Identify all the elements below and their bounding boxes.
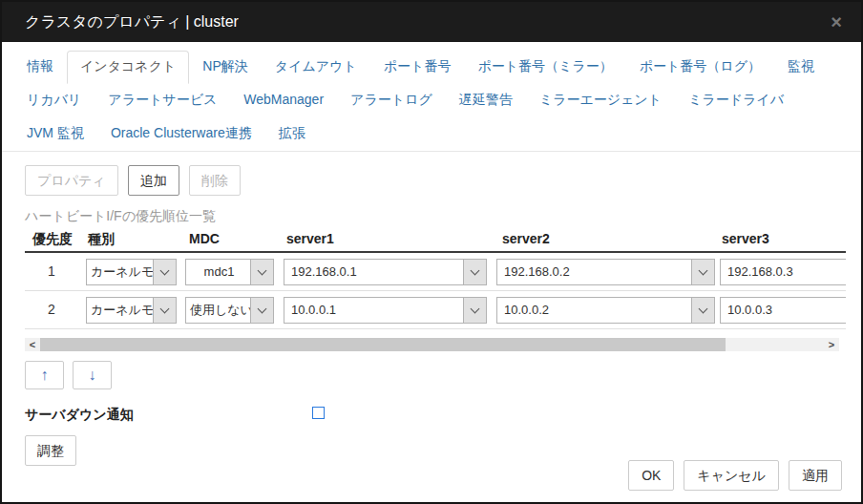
chevron-down-icon (250, 298, 273, 323)
priority-move-buttons: ↑ ↓ (25, 361, 861, 389)
header-server3: server3 (722, 231, 769, 246)
header-server1: server1 (286, 231, 334, 246)
table-header-row: 優先度 種別 MDC server1 server2 server3 (25, 228, 846, 253)
up-arrow-icon: ↑ (41, 367, 49, 383)
mdc-select-value: mdc1 (186, 260, 250, 284)
properties-button[interactable]: プロパティ (25, 165, 118, 196)
add-button[interactable]: 追加 (128, 165, 179, 196)
table-row: 1 カーネルモード mdc1 192.168.0.1 192.168.0.2 1… (25, 253, 846, 291)
server2-select[interactable]: 192.168.0.2 (496, 259, 715, 285)
server3-select[interactable]: 192.168.0.3 (720, 259, 846, 285)
tab-row-2: リカバリ アラートサービス WebManager アラートログ 遅延警告 ミラー… (13, 84, 850, 117)
tab-mirror-agent[interactable]: ミラーエージェント (526, 84, 675, 117)
title-bar: クラスタのプロパティ | cluster × (2, 2, 861, 42)
chevron-down-icon (250, 260, 273, 284)
tab-alert-service[interactable]: アラートサービス (95, 84, 230, 117)
tab-interconnect[interactable]: インタコネクト (67, 51, 189, 84)
header-priority: 優先度 (32, 231, 73, 248)
server1-select-value: 192.168.0.1 (284, 260, 463, 284)
tab-extension[interactable]: 拡張 (265, 117, 319, 151)
type-select[interactable]: カーネルモード (86, 259, 177, 285)
server1-select[interactable]: 10.0.0.1 (284, 297, 487, 324)
server-down-checkbox[interactable] (312, 407, 325, 419)
dialog-title: クラスタのプロパティ | cluster (25, 12, 239, 32)
type-select[interactable]: カーネルモード (86, 297, 177, 324)
tab-np-resolution[interactable]: NP解決 (189, 51, 261, 84)
move-up-button[interactable]: ↑ (25, 361, 64, 389)
type-select-value: カーネルモード (87, 298, 153, 323)
header-server2: server2 (502, 231, 550, 246)
tab-bar: 情報 インタコネクト NP解決 タイムアウト ポート番号 ポート番号（ミラー） … (2, 42, 861, 152)
type-select-value: カーネルモード (87, 260, 153, 284)
tab-oracle-clusterware[interactable]: Oracle Clusterware連携 (97, 117, 265, 151)
priority-value: 2 (25, 302, 78, 317)
server1-select[interactable]: 192.168.0.1 (284, 259, 487, 285)
tab-delay-warning[interactable]: 遅延警告 (446, 84, 526, 117)
horizontal-scrollbar[interactable]: < > (25, 338, 839, 351)
move-down-button[interactable]: ↓ (73, 361, 112, 389)
server2-select-value: 10.0.0.2 (497, 298, 691, 323)
tab-row-3: JVM 監視 Oracle Clusterware連携 拡張 (13, 117, 850, 151)
delete-button[interactable]: 削除 (189, 165, 241, 196)
table-row: 2 カーネルモード 使用しない 10.0.0.1 10.0.0.2 10.0.0… (25, 291, 846, 329)
heartbeat-list-title: ハートビートI/Fの優先順位一覧 (25, 208, 861, 225)
tab-row-1: 情報 インタコネクト NP解決 タイムアウト ポート番号 ポート番号（ミラー） … (13, 51, 850, 84)
tab-info[interactable]: 情報 (13, 51, 67, 84)
chevron-down-icon (463, 298, 486, 323)
chevron-down-icon (153, 298, 176, 323)
priority-value: 1 (25, 263, 78, 279)
footer-buttons: OK キャンセル 適用 (628, 460, 842, 491)
server2-select-value: 192.168.0.2 (497, 260, 691, 284)
close-icon[interactable]: × (831, 12, 842, 32)
tab-port-number-log[interactable]: ポート番号（ログ） (626, 51, 774, 84)
chevron-down-icon (463, 260, 486, 284)
cancel-button[interactable]: キャンセル (684, 460, 779, 491)
tune-button[interactable]: 調整 (25, 435, 76, 466)
server3-select[interactable]: 10.0.0.3 (720, 297, 846, 324)
tab-recovery[interactable]: リカバリ (13, 84, 95, 117)
tab-monitoring[interactable]: 監視 (774, 51, 828, 84)
chevron-down-icon (691, 260, 714, 284)
mdc-select-value: 使用しない (186, 298, 250, 323)
tab-port-number-mirror[interactable]: ポート番号（ミラー） (464, 51, 625, 84)
heartbeat-table: 優先度 種別 MDC server1 server2 server3 1 カーネ… (25, 228, 846, 329)
tab-timeout[interactable]: タイムアウト (262, 51, 370, 84)
scroll-left-icon[interactable]: < (25, 338, 40, 351)
mdc-select[interactable]: 使用しない (185, 297, 274, 324)
cluster-properties-dialog: クラスタのプロパティ | cluster × 情報 インタコネクト NP解決 タ… (0, 0, 863, 504)
heartbeat-toolbar: プロパティ 追加 削除 (25, 165, 861, 196)
tab-mirror-driver[interactable]: ミラードライバ (675, 84, 797, 117)
chevron-down-icon (153, 260, 176, 284)
scroll-right-icon[interactable]: > (824, 338, 839, 351)
tab-jvm-monitoring[interactable]: JVM 監視 (13, 117, 97, 151)
server-down-row: サーバダウン通知 (25, 406, 861, 423)
scrollbar-thumb[interactable] (40, 338, 726, 351)
server3-select-value: 10.0.0.3 (721, 298, 846, 323)
ok-button[interactable]: OK (628, 460, 674, 491)
down-arrow-icon: ↓ (89, 367, 96, 383)
mdc-select[interactable]: mdc1 (185, 259, 274, 285)
server-down-label: サーバダウン通知 (25, 407, 134, 422)
server1-select-value: 10.0.0.1 (284, 298, 463, 323)
chevron-down-icon (691, 298, 714, 323)
header-mdc: MDC (189, 231, 220, 246)
header-type: 種別 (88, 231, 115, 248)
tab-alert-log[interactable]: アラートログ (337, 84, 446, 117)
tab-port-number[interactable]: ポート番号 (370, 51, 465, 84)
server3-select-value: 192.168.0.3 (721, 260, 846, 284)
apply-button[interactable]: 適用 (789, 460, 842, 491)
tab-webmanager[interactable]: WebManager (230, 84, 337, 117)
server2-select[interactable]: 10.0.0.2 (496, 297, 715, 324)
